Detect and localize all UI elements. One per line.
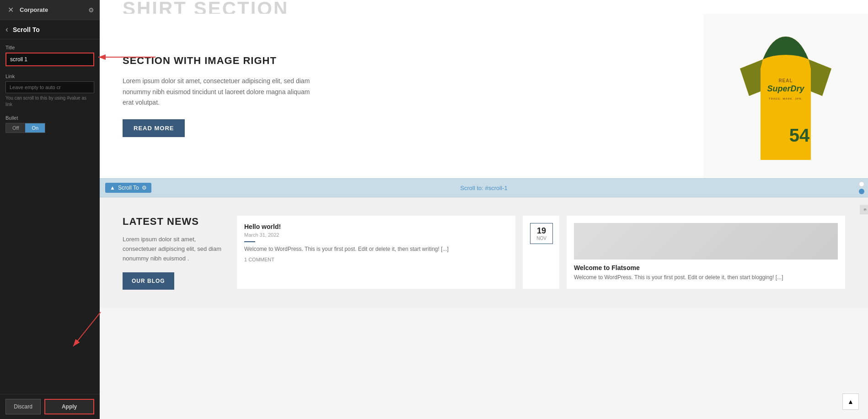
panel-header-left: ✕ Corporate [5, 5, 48, 15]
news-card-2-datebox: 19 Nov [530, 223, 553, 244]
cropped-heading: SHIRT SECTION [123, 0, 289, 14]
dot-blue [859, 189, 864, 194]
link-row: Link You can scroll to this by using #va… [5, 74, 94, 108]
bullet-label: Bullet [5, 115, 94, 121]
news-card-2-month: Nov [535, 236, 548, 241]
svg-text:54: 54 [789, 125, 810, 145]
panel-body: Title Link You can scroll to this by usi… [0, 39, 100, 394]
news-card-1: Hello world! March 31, 2022 Welcome to W… [237, 216, 515, 289]
scroll-to-label-text: Scroll To [118, 185, 139, 191]
latest-news-section: LATEST NEWS Lorem ipsum dolor sit amet, … [100, 197, 868, 308]
news-card-1-divider [244, 241, 255, 242]
gear-button[interactable]: ⚙ [88, 6, 94, 14]
section-body-text: Lorem ipsum dolor sit amet, consectetuer… [123, 76, 315, 108]
section-text-area: SECTION WITH IMAGE RIGHT Lorem ipsum dol… [100, 14, 703, 178]
news-body-text: Lorem ipsum dolor sit amet, consectetuer… [123, 235, 223, 263]
main-content: SHIRT SECTION SECTION WITH IMAGE RIGHT L… [100, 0, 868, 419]
news-card-1-title: Hello world! [244, 223, 508, 230]
news-card-2-day: 19 [535, 226, 548, 236]
title-row: Title [5, 45, 94, 66]
section-heading: SECTION WITH IMAGE RIGHT [123, 55, 680, 67]
toggle-off-button[interactable]: Off [6, 123, 25, 133]
section-image-right: SECTION WITH IMAGE RIGHT Lorem ipsum dol… [100, 14, 868, 178]
our-blog-button[interactable]: OUR BLOG [123, 272, 174, 290]
read-more-button[interactable]: READ MORE [123, 119, 185, 137]
scroll-to-bar: ▲ Scroll To ⚙ Scroll to: #scroll-1 [100, 178, 868, 197]
back-button[interactable]: ‹ [5, 25, 8, 34]
title-label: Title [5, 45, 94, 50]
left-panel: ✕ Corporate ⚙ ‹ Scroll To Title Link You… [0, 0, 100, 419]
top-cropped-section: SHIRT SECTION [100, 0, 868, 14]
panel-header: ✕ Corporate ⚙ [0, 0, 100, 20]
link-input[interactable] [5, 81, 94, 93]
news-card-3: Welcome to Flatsome Welcome to WordPress… [567, 216, 845, 289]
news-card-1-comment: 1 COMMENT [244, 257, 508, 262]
news-left: LATEST NEWS Lorem ipsum dolor sit amet, … [123, 216, 223, 290]
svg-text:SuperDry: SuperDry [767, 84, 804, 93]
news-card-3-title: Welcome to Flatsome [574, 264, 838, 271]
tshirt-image: REAL SuperDry TRADE. MARK. JPN. 54 [703, 14, 868, 178]
panel-app-title: Corporate [20, 6, 48, 13]
svg-text:TRADE. MARK. JPN.: TRADE. MARK. JPN. [769, 97, 803, 100]
news-card-3-text: Welcome to WordPress. This is your first… [574, 273, 838, 281]
news-cards: Hello world! March 31, 2022 Welcome to W… [237, 216, 845, 289]
discard-button[interactable]: Discard [5, 399, 41, 414]
link-hint: You can scroll to this by using #value a… [5, 95, 94, 108]
scroll-to-top-area: ▲ [842, 393, 859, 410]
scroll-to-top-button[interactable]: ▲ [842, 393, 859, 410]
bullet-row: Bullet Off On [5, 115, 94, 133]
scroll-to-chevron: ▲ [110, 185, 115, 191]
close-button[interactable]: ✕ [5, 5, 16, 15]
news-inner: LATEST NEWS Lorem ipsum dolor sit amet, … [123, 216, 845, 290]
side-panel-buttons: E [860, 205, 868, 214]
title-input[interactable] [5, 53, 94, 66]
scroll-bar-dots [859, 181, 864, 194]
scroll-to-label: ▲ Scroll To ⚙ [105, 183, 151, 193]
news-card-1-date: March 31, 2022 [244, 232, 508, 238]
apply-button[interactable]: Apply [44, 399, 94, 414]
panel-nav-header: ‹ Scroll To [0, 20, 100, 39]
scroll-to-anchor-text: Scroll to: #scroll-1 [460, 184, 507, 192]
panel-section-title: Scroll To [13, 26, 40, 33]
bullet-toggle-group: Off On [5, 123, 45, 133]
scroll-to-gear-icon: ⚙ [142, 185, 147, 191]
side-button-1[interactable]: E [860, 205, 868, 214]
news-card-1-text: Welcome to WordPress. This is your first… [244, 245, 508, 253]
section-image-area: REAL SuperDry TRADE. MARK. JPN. 54 [703, 14, 868, 178]
news-heading: LATEST NEWS [123, 216, 223, 228]
link-label: Link [5, 74, 94, 79]
toggle-on-button[interactable]: On [25, 123, 45, 133]
news-card-2: 19 Nov [523, 216, 559, 289]
content-scroll[interactable]: SHIRT SECTION SECTION WITH IMAGE RIGHT L… [100, 0, 868, 419]
dot-white [859, 181, 864, 187]
svg-text:REAL: REAL [778, 78, 793, 83]
news-card-3-image [574, 223, 838, 260]
panel-footer: Discard Apply [0, 394, 100, 419]
